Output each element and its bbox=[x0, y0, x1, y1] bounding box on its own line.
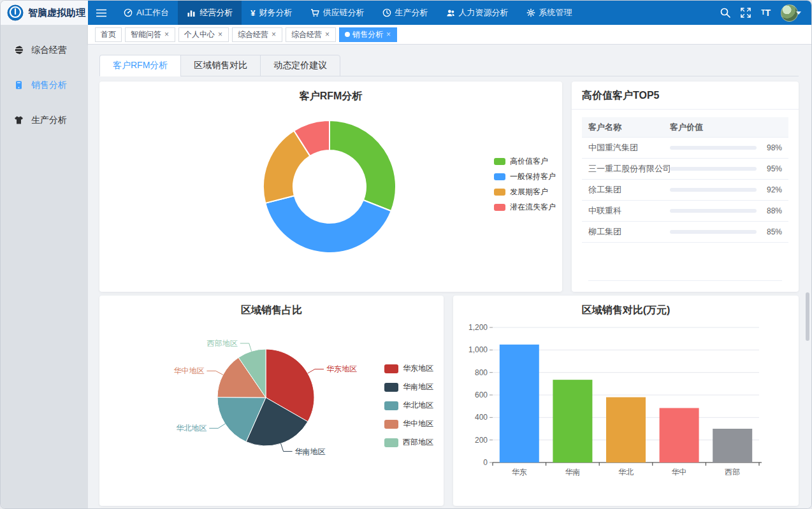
nav-item-5[interactable]: 生产分析 bbox=[373, 1, 437, 25]
history-icon bbox=[382, 8, 391, 17]
tag-item[interactable]: 首页 bbox=[95, 27, 122, 42]
close-icon[interactable]: × bbox=[386, 31, 391, 38]
tag-label: 综合经营 bbox=[291, 29, 322, 40]
nav-item-4[interactable]: 供应链分析 bbox=[301, 1, 373, 25]
close-icon[interactable]: × bbox=[324, 31, 330, 38]
progress-track bbox=[670, 167, 757, 171]
tab-2[interactable]: 区域销售对比 bbox=[180, 55, 261, 76]
sidebar-item-1[interactable]: 综合经营 bbox=[1, 32, 88, 68]
legend-swatch bbox=[384, 401, 398, 410]
nav-item-label: 财务分析 bbox=[259, 7, 293, 18]
bar[interactable] bbox=[606, 398, 646, 462]
avatar[interactable] bbox=[781, 4, 798, 22]
font-size-icon[interactable]: TT bbox=[761, 8, 771, 17]
fullscreen-icon[interactable] bbox=[741, 8, 751, 18]
tag-label: 首页 bbox=[101, 29, 116, 40]
donut-slice[interactable] bbox=[265, 196, 391, 253]
nav-item-label: AI工作台 bbox=[136, 7, 169, 18]
close-icon[interactable]: × bbox=[164, 31, 170, 38]
pie-label: 华东地区 bbox=[326, 364, 357, 373]
top5-header: 高价值客户TOP5 bbox=[572, 82, 799, 110]
bar[interactable] bbox=[553, 380, 592, 462]
legend-item[interactable]: 华中地区 bbox=[384, 419, 433, 429]
donut-slice[interactable] bbox=[330, 120, 396, 211]
x-axis-label: 华中 bbox=[672, 468, 687, 477]
svg-text:0: 0 bbox=[483, 458, 488, 467]
nav-item-6[interactable]: 人力资源分析 bbox=[437, 1, 518, 25]
legend-item[interactable]: 华南地区 bbox=[384, 382, 433, 392]
customer-value-cell: 98% bbox=[670, 143, 782, 152]
nav-item-label: 供应链分析 bbox=[323, 7, 365, 18]
legend-label: 华北地区 bbox=[403, 400, 433, 411]
pie-label: 华中地区 bbox=[173, 366, 204, 375]
customer-value-cell: 92% bbox=[670, 185, 782, 194]
table-row: 中国重汽集团98% bbox=[582, 138, 788, 159]
svg-text:800: 800 bbox=[475, 368, 488, 377]
progress-percent: 98% bbox=[762, 143, 782, 152]
customer-value-cell: 85% bbox=[670, 227, 782, 236]
scrollbar-thumb[interactable] bbox=[806, 292, 809, 341]
tab-3[interactable]: 动态定价建议 bbox=[260, 55, 340, 76]
tag-item[interactable]: 智能问答× bbox=[125, 27, 175, 42]
bar[interactable] bbox=[660, 408, 699, 462]
user-menu[interactable] bbox=[781, 4, 801, 22]
region-bar-chart[interactable]: 02004006008001,0001,200华东华南华北华中西部 bbox=[453, 296, 799, 506]
tag-item[interactable]: 个人中心× bbox=[178, 27, 229, 42]
close-icon[interactable]: × bbox=[217, 31, 223, 38]
legend-item[interactable]: 发展期客户 bbox=[494, 187, 556, 197]
col-header-value: 客户价值 bbox=[670, 122, 703, 133]
table-divider bbox=[588, 280, 782, 281]
progress-percent: 92% bbox=[762, 185, 782, 194]
legend-item[interactable]: 华东地区 bbox=[384, 363, 433, 374]
sidebar-item-label: 综合经营 bbox=[31, 45, 67, 56]
users-icon bbox=[446, 8, 455, 17]
region-pie-legend: 华东地区华南地区华北地区华中地区西部地区 bbox=[384, 363, 433, 455]
tab-1[interactable]: 客户RFM分析 bbox=[99, 55, 181, 76]
globe-icon bbox=[14, 45, 24, 55]
tshirt-icon bbox=[14, 115, 24, 125]
nav-item-label: 经营分析 bbox=[199, 7, 233, 18]
tag-active[interactable]: 销售分析× bbox=[339, 27, 397, 42]
x-axis-label: 华南 bbox=[565, 468, 580, 477]
progress-track bbox=[670, 209, 757, 213]
hamburger-icon[interactable] bbox=[88, 1, 115, 25]
svg-text:200: 200 bbox=[475, 436, 488, 445]
legend-swatch bbox=[494, 173, 505, 180]
close-icon[interactable]: × bbox=[271, 31, 277, 38]
cart-icon bbox=[310, 8, 319, 17]
tag-item[interactable]: 综合经营× bbox=[232, 27, 282, 42]
legend-item[interactable]: 一般保持客户 bbox=[494, 171, 556, 182]
bar[interactable] bbox=[500, 345, 539, 462]
legend-label: 西部地区 bbox=[403, 437, 433, 448]
nav-item-1[interactable]: AI工作台 bbox=[115, 1, 178, 25]
nav-item-label: 系统管理 bbox=[539, 7, 572, 18]
search-icon[interactable] bbox=[720, 8, 730, 18]
legend-item[interactable]: 潜在流失客户 bbox=[494, 202, 556, 213]
rfm-donut-chart[interactable] bbox=[99, 82, 562, 292]
customer-value-cell: 95% bbox=[670, 164, 782, 173]
customer-name: 中联重科 bbox=[588, 205, 670, 217]
legend-item[interactable]: 西部地区 bbox=[384, 437, 433, 448]
legend-item[interactable]: 华北地区 bbox=[384, 400, 433, 411]
customer-name: 中国重汽集团 bbox=[588, 142, 670, 154]
top-header: 智脑虚拟助理 AI工作台经营分析¥财务分析供应链分析生产分析人力资源分析系统管理… bbox=[1, 1, 811, 25]
region-pie-title: 区域销售占比 bbox=[99, 304, 444, 317]
progress-track bbox=[670, 230, 757, 234]
nav-item-7[interactable]: 系统管理 bbox=[518, 1, 581, 25]
bar[interactable] bbox=[713, 429, 752, 462]
nav-item-3[interactable]: ¥财务分析 bbox=[242, 1, 301, 25]
progress-percent: 85% bbox=[762, 227, 782, 236]
legend-label: 发展期客户 bbox=[510, 187, 548, 197]
legend-item[interactable]: 高价值客户 bbox=[494, 156, 556, 167]
sidebar-item-3[interactable]: 生产分析 bbox=[1, 103, 88, 138]
legend-label: 华中地区 bbox=[403, 419, 433, 429]
sidebar-item-2[interactable]: 销售分析 bbox=[1, 68, 88, 103]
region-bar-title: 区域销售对比(万元) bbox=[453, 304, 799, 317]
tag-item[interactable]: 综合经营× bbox=[286, 27, 336, 42]
nav-item-2[interactable]: 经营分析 bbox=[178, 1, 242, 25]
x-axis-label: 华北 bbox=[618, 468, 634, 477]
pie-label: 华南地区 bbox=[295, 447, 326, 456]
rfm-legend: 高价值客户一般保持客户发展期客户潜在流失客户 bbox=[494, 156, 556, 217]
rfm-chart-card: 客户RFM分析 高价值客户一般保持客户发展期客户潜在流失客户 bbox=[99, 82, 562, 292]
legend-label: 潜在流失客户 bbox=[510, 202, 556, 213]
